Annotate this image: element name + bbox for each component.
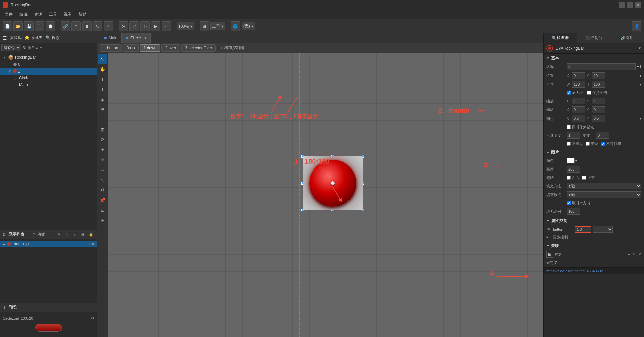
- open-btn[interactable]: 📂: [13, 21, 23, 31]
- pos-x-input[interactable]: [572, 72, 585, 79]
- subtab-over[interactable]: 2:over: [161, 44, 180, 52]
- user-btn[interactable]: 👤: [632, 21, 641, 31]
- menu-file[interactable]: 文件: [1, 10, 16, 19]
- select-tool[interactable]: ↖: [98, 54, 107, 64]
- gray-checkbox[interactable]: [586, 142, 590, 146]
- tb-btn4[interactable]: ⬛: [35, 21, 44, 31]
- filter-select[interactable]: 所有包: [1, 44, 21, 51]
- grid-btn[interactable]: ⊞: [200, 21, 209, 31]
- layer-thumb[interactable]: ▶ thumb {1} • ✕: [0, 241, 97, 247]
- pin-tool[interactable]: 📌: [98, 195, 107, 205]
- grid-view-btn[interactable]: ⊞: [31, 45, 35, 50]
- size-w-input[interactable]: [572, 81, 585, 88]
- pos-expand[interactable]: ▾: [640, 74, 641, 78]
- fillratio-input[interactable]: [567, 208, 580, 215]
- menu-tool[interactable]: 工具: [46, 10, 60, 19]
- color-arrow[interactable]: ▾: [575, 159, 577, 163]
- fillorigin-select[interactable]: (无): [567, 191, 641, 198]
- pivot-y-input[interactable]: [592, 115, 605, 122]
- more-control-btn[interactable]: + + 更多控制: [544, 234, 644, 241]
- tab-close-circle[interactable]: ●: [144, 36, 146, 40]
- anim-tool[interactable]: ⟳: [98, 135, 107, 144]
- tree-item-1[interactable]: ▼ 1: [0, 68, 97, 75]
- refresh-btn[interactable]: ↻: [23, 45, 26, 50]
- name-dropdown[interactable]: ▾: [637, 64, 639, 69]
- add-layer-icon[interactable]: +: [71, 231, 78, 238]
- lang-combo[interactable]: (无) ▾: [241, 22, 255, 30]
- move-tool[interactable]: ↔: [98, 165, 107, 175]
- node-tool[interactable]: ◈: [98, 95, 107, 104]
- rect-tool[interactable]: ⬚: [98, 115, 107, 124]
- brightness-input[interactable]: [567, 166, 580, 173]
- cw-checkbox[interactable]: [567, 201, 571, 205]
- pivot-expand[interactable]: ▾: [640, 117, 641, 121]
- attr-control-select[interactable]: [593, 226, 613, 233]
- canvas-button-element[interactable]: [303, 156, 363, 210]
- right-tab-inspector[interactable]: 🔍 检查器: [544, 33, 577, 43]
- group-tool[interactable]: ⊞: [98, 125, 107, 134]
- tree-item-main[interactable]: ⊡ Main: [0, 81, 97, 88]
- tb-btn10[interactable]: ◇: [104, 21, 113, 31]
- keepratio-checkbox[interactable]: [587, 91, 591, 95]
- send-btn[interactable]: ➤: [119, 21, 128, 31]
- size-expand[interactable]: ▾: [640, 83, 641, 86]
- eye-icon[interactable]: 👁: [79, 231, 86, 238]
- tb-btn9[interactable]: ⬡: [93, 21, 102, 31]
- flip-v-checkbox[interactable]: [582, 176, 586, 180]
- element-container[interactable]: [303, 156, 363, 210]
- list-view-btn[interactable]: ≡: [35, 45, 38, 50]
- opacity-input[interactable]: [567, 132, 580, 139]
- menu-view[interactable]: 视图: [60, 10, 75, 19]
- notouch-checkbox[interactable]: [601, 142, 605, 146]
- play-btn[interactable]: ▶: [151, 21, 160, 31]
- menu-resource[interactable]: 资源: [31, 10, 46, 19]
- instance-expand[interactable]: ▼: [638, 46, 641, 50]
- anim-title[interactable]: ⟳ 动效: [33, 232, 45, 237]
- anchor-checkbox[interactable]: [567, 125, 571, 129]
- layer-eye[interactable]: ✕: [92, 242, 94, 246]
- flip-h-checkbox[interactable]: [567, 176, 571, 180]
- container-close[interactable]: ✕: [638, 252, 641, 257]
- tree-item-0[interactable]: 0: [0, 61, 97, 68]
- bone2-tool[interactable]: ✧: [98, 155, 107, 164]
- attr-value-input[interactable]: [575, 226, 591, 233]
- bone-tool[interactable]: ✦: [98, 145, 107, 154]
- grid-tool[interactable]: ⊟: [98, 205, 107, 215]
- add-controller-btn[interactable]: + 增加控制器: [217, 44, 248, 52]
- list-tool[interactable]: ≡: [98, 105, 107, 114]
- circle-btn[interactable]: ○: [162, 21, 171, 31]
- section-image-header[interactable]: ▼ 图片: [544, 148, 644, 157]
- tb-btn8[interactable]: ◼: [82, 21, 92, 31]
- subtab-button[interactable]: C button: [100, 44, 122, 52]
- subtab-down[interactable]: 1:down: [140, 44, 160, 52]
- text-tool-2[interactable]: T: [98, 85, 107, 94]
- pos-y-input[interactable]: [592, 72, 605, 79]
- tab-circle[interactable]: Circle ●: [122, 33, 151, 43]
- scale-x-input[interactable]: [572, 98, 585, 104]
- menu-edit[interactable]: 编辑: [16, 10, 31, 19]
- invisible-checkbox[interactable]: [567, 142, 571, 146]
- layer-more[interactable]: •: [88, 242, 90, 246]
- container-edit[interactable]: ✎: [633, 252, 636, 257]
- tab-main[interactable]: Main: [100, 33, 122, 43]
- canvas-grid-tool[interactable]: ⊞: [98, 215, 107, 225]
- fwd-btn[interactable]: ▷: [140, 21, 150, 31]
- fillmethod-select[interactable]: (无): [567, 183, 641, 189]
- globe-btn[interactable]: 🌐: [231, 21, 240, 31]
- canvas-workspace[interactable]: 按下1，3时显示；按下0，2时不显示: [108, 53, 543, 337]
- minimize-button[interactable]: ─: [619, 2, 625, 8]
- container-add[interactable]: +: [628, 252, 630, 256]
- right-tab-console[interactable]: ⬛ 控制台: [577, 33, 611, 43]
- tb-btn5[interactable]: 📋: [46, 21, 55, 31]
- tb-btn7[interactable]: ◻: [71, 21, 81, 31]
- tb-btn6[interactable]: 🔗: [61, 21, 70, 31]
- scale-tool[interactable]: ⤡: [98, 175, 107, 185]
- container-icon[interactable]: ⊞: [546, 251, 553, 258]
- rotation-input[interactable]: [596, 132, 609, 139]
- preview-settings-icon[interactable]: ⚙: [91, 316, 94, 320]
- attr-eye-icon[interactable]: 👁: [546, 227, 552, 232]
- size-h-input[interactable]: [592, 81, 605, 88]
- skew-x-input[interactable]: [572, 106, 585, 113]
- subtab-selectedover[interactable]: 3:selectedOver: [181, 44, 216, 52]
- skew-y-input[interactable]: [592, 106, 605, 113]
